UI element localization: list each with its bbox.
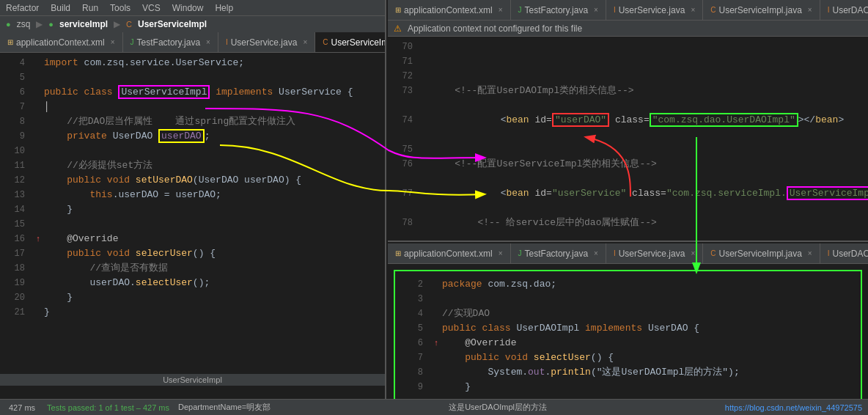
rb-code-2: 2 package com.zsq.dao; [398, 277, 858, 292]
project-bar: ● zsq ▶ ● serviceImpl ▶ C UserServiceImp… [0, 16, 385, 32]
tab-close-rb-us[interactable]: × [691, 249, 695, 257]
rt-code-74: 74 <bean id="userDAO" class="com.zsq.dao… [388, 98, 868, 142]
left-tab-bar: ⊞ applicationContext.xml × J TestFactory… [0, 32, 385, 53]
code-line-17: 17 public void selecrUser() { [0, 246, 385, 261]
tests-passed: Tests passed: 1 of 1 test – 427 ms [47, 403, 169, 412]
tab-testfactory-left[interactable]: J TestFactory.java × [123, 32, 218, 52]
tab-close-rt-xml[interactable]: × [499, 6, 503, 14]
rb-code-4: 4 //实现DAO [398, 306, 858, 321]
csdn-url[interactable]: https://blog.csdn.net/weixin_44972575 [725, 403, 862, 412]
iface-icon-rb2: I [828, 249, 830, 257]
menu-run[interactable]: Run [82, 3, 98, 13]
rt-code-77: 77 <bean id="userService" class="com.zsq… [388, 172, 868, 216]
rb-code-9: 9 } [398, 380, 858, 394]
rt-code-71: 71 [388, 54, 868, 69]
project-zsq: zsq [17, 19, 31, 29]
rb-code-8: 8 System.out.println("这是UserDAOImpl层的方法"… [398, 365, 858, 380]
code-line-15: 15 [0, 217, 385, 232]
tab-close-rt-usi[interactable]: × [808, 6, 812, 14]
menu-build[interactable]: Build [51, 3, 70, 13]
code-line-8: 8 //把DAO层当作属性 通过spring配置文件做注入 [0, 114, 385, 129]
output-text: 这是UserDAOImpl层的方法 [449, 402, 547, 413]
code-line-7: 7 │ [0, 100, 385, 114]
rt-code-75: 75 [388, 142, 868, 157]
project-serviceimpl: serviceImpl [59, 19, 108, 29]
rt-code-72: 72 [388, 69, 868, 84]
tab-applicationcontext-rb[interactable]: ⊞ applicationContext.xml × [388, 243, 511, 263]
code-line-11: 11 //必须提供set方法 [0, 158, 385, 173]
left-code-area: 4 import com.zsq.service.UserService; 5 … [0, 53, 385, 323]
tab-userserviceimpl-rb[interactable]: C UserServiceImpl.java × [703, 243, 820, 263]
warning-icon: ⚠ [394, 23, 402, 34]
rt-code-76: 76 <!--配置UserServiceImpl类的相关信息--> [388, 157, 868, 172]
code-line-10: 10 [0, 144, 385, 158]
java-icon-rt1: J [518, 6, 522, 14]
rb-code-3: 3 [398, 292, 858, 306]
code-line-4: 4 import com.zsq.service.UserService; [0, 56, 385, 70]
class-icon-rt: C [710, 6, 716, 14]
class-icon-rb: C [710, 249, 716, 257]
menu-help[interactable]: Help [215, 3, 233, 13]
menu-window[interactable]: Window [172, 3, 204, 13]
java-icon: J [130, 38, 134, 46]
green-border-box: 2 package com.zsq.dao; 3 4 //实现DAO 5 [394, 270, 862, 402]
menu-tools[interactable]: Tools [110, 3, 130, 13]
tab-userservice-rb[interactable]: I UserService.java × [606, 243, 703, 263]
left-class-label: UserServiceImpl [0, 374, 385, 386]
iface-icon-rb: I [614, 249, 616, 257]
code-line-18: 18 //查询是否有数据 [0, 261, 385, 276]
menu-bar: Refactor Build Run Tools VCS Window Help [0, 0, 385, 16]
code-line-9: 9 private UserDAO userDAO; [0, 129, 385, 144]
tab-userdao-rt[interactable]: I UserDAO.java [820, 0, 868, 20]
code-line-13: 13 this.userDAO = userDAO; [0, 188, 385, 202]
code-line-19: 19 userDAO.selectUser(); [0, 276, 385, 290]
rb-code-5: 5 public class UserDAOImpl implements Us… [398, 321, 858, 336]
tab-userservice-rt[interactable]: I UserService.java × [606, 0, 703, 20]
tab-close-rb-xml[interactable]: × [499, 249, 503, 257]
tab-close-left-test[interactable]: × [206, 38, 210, 46]
status-bar: 427 ms Tests passed: 1 of 1 test – 427 m… [0, 399, 868, 415]
class-icon: C [323, 38, 328, 46]
tab-testfactory-rt[interactable]: J TestFactory.java × [511, 0, 606, 20]
code-line-14: 14 } [0, 202, 385, 217]
right-top-tab-bar: ⊞ applicationContext.xml × J TestFactory… [388, 0, 868, 21]
xml-icon: ⊞ [7, 38, 13, 46]
code-line-16: 16 ↑ @Override [0, 232, 385, 246]
project-userserviceimpl: UserServiceImpl [138, 19, 207, 29]
tab-applicationcontext-rt[interactable]: ⊞ applicationContext.xml × [388, 0, 511, 20]
right-bottom-code-area: 2 package com.zsq.dao; 3 4 //实现DAO 5 [398, 274, 858, 397]
right-top-info-bar: ⚠ Application context not configured for… [388, 21, 868, 37]
iface-icon-rt: I [614, 6, 616, 14]
tab-close-left-userservice[interactable]: × [303, 38, 307, 46]
right-bottom-panel: ⊞ applicationContext.xml × J TestFactory… [388, 243, 868, 415]
xml-icon-rt: ⊞ [395, 6, 401, 14]
tab-applicationcontext-left[interactable]: ⊞ applicationContext.xml × [0, 32, 123, 52]
code-line-12: 12 public void setUserDAO(UserDAO userDA… [0, 173, 385, 188]
time-badge: 427 ms [6, 403, 38, 412]
tab-userservice-left[interactable]: I UserService.java × [218, 32, 315, 52]
department-info: DepartmentName=明友部 [178, 402, 271, 413]
left-panel: Refactor Build Run Tools VCS Window Help… [0, 0, 386, 415]
right-bottom-tab-bar: ⊞ applicationContext.xml × J TestFactory… [388, 243, 868, 264]
tab-testfactory-rb[interactable]: J TestFactory.java × [511, 243, 606, 263]
menu-refactor[interactable]: Refactor [6, 3, 39, 13]
tab-close-rt-test[interactable]: × [594, 6, 598, 14]
rb-code-7: 7 public void selectUser() { [398, 350, 858, 365]
tab-close-rb-usi[interactable]: × [808, 249, 812, 257]
tab-userserviceimpl-rt[interactable]: C UserServiceImpl.java × [703, 0, 820, 20]
code-line-21: 21 } [0, 305, 385, 320]
right-bottom-code-wrapper: 2 package com.zsq.dao; 3 4 //实现DAO 5 [388, 264, 868, 408]
interface-icon: I [226, 38, 228, 46]
tab-userserviceimpl-left[interactable]: C UserServiceImpl.java [315, 32, 385, 52]
iface-icon-rt2: I [828, 6, 830, 14]
tab-userdao-rb[interactable]: I UserDAO.java ◉ [820, 243, 868, 263]
code-line-5: 5 [0, 70, 385, 85]
code-line-20: 20 } [0, 290, 385, 305]
menu-vcs[interactable]: VCS [142, 3, 161, 13]
tab-close-left-xml[interactable]: × [111, 38, 115, 46]
java-icon-rb1: J [518, 249, 522, 257]
tab-close-rt-userservice[interactable]: × [691, 6, 695, 14]
right-top-panel: ⊞ applicationContext.xml × J TestFactory… [388, 0, 868, 242]
rb-code-6: 6 ↑ @Override [398, 336, 858, 350]
tab-close-rb-test[interactable]: × [594, 249, 598, 257]
